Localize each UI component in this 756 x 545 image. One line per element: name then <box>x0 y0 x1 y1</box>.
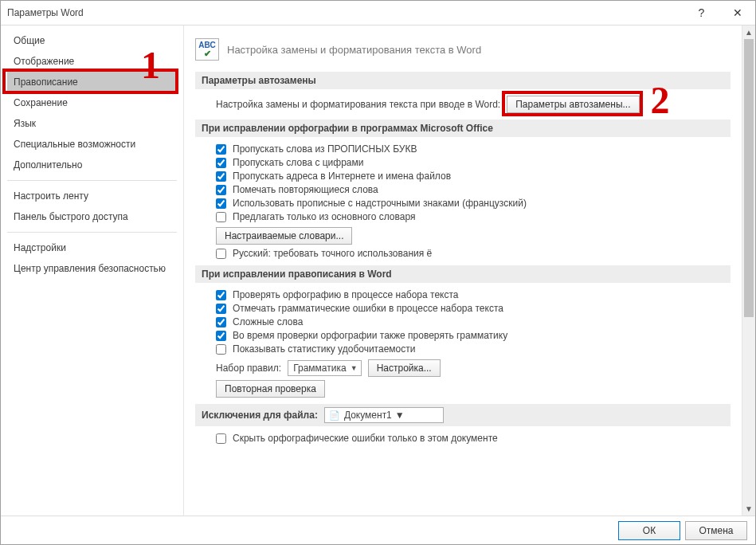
recheck-button[interactable]: Повторная проверка <box>216 380 325 398</box>
vertical-scrollbar[interactable]: ▲ ▼ <box>742 25 755 516</box>
page-heading: Настройка замены и форматирования текста… <box>227 44 481 56</box>
office-check-row-4[interactable]: Использовать прописные с надстрочными зн… <box>216 198 731 209</box>
grammar-check-row-4[interactable]: Показывать статистику удобочитаемости <box>216 343 731 355</box>
close-button[interactable]: ✕ <box>719 1 755 25</box>
chevron-down-icon: ▼ <box>395 410 405 421</box>
sidebar-item-дополнительно[interactable]: Дополнительно <box>7 155 177 175</box>
help-button[interactable]: ? <box>684 1 719 25</box>
sidebar-item-настроить-ленту[interactable]: Настроить ленту <box>7 186 177 206</box>
autocorrect-prompt: Настройка замены и форматирования текста… <box>216 99 500 110</box>
dialog-footer: ОК Отмена <box>1 516 755 544</box>
office-check-row-1[interactable]: Пропускать слова с цифрами <box>216 157 731 168</box>
grammar-check-checkbox-3[interactable] <box>216 331 226 341</box>
autocorrect-row: Настройка замены и форматирования текста… <box>195 96 731 113</box>
grammar-check-row-2[interactable]: Сложные слова <box>216 316 731 327</box>
office-check-checkbox-1[interactable] <box>216 158 226 168</box>
office-check-row-2[interactable]: Пропускать адреса в Интернете и имена фа… <box>216 171 731 182</box>
chevron-down-icon: ▼ <box>351 364 358 372</box>
page-heading-row: ABC ✔ Настройка замены и форматирования … <box>195 38 731 61</box>
grammar-check-row-0[interactable]: Проверять орфографию в процессе набора т… <box>216 289 731 300</box>
sidebar-item-надстройки[interactable]: Надстройки <box>7 237 177 258</box>
office-check-row-5[interactable]: Предлагать только из основного словаря <box>216 211 731 222</box>
russian-yo-check[interactable]: Русский: требовать точного использования… <box>216 248 731 259</box>
sidebar-item-правописание[interactable]: Правописание <box>7 72 177 92</box>
sidebar-item-язык[interactable]: Язык <box>7 113 177 134</box>
options-dialog: Параметры Word ? ✕ ОбщиеОтображениеПраво… <box>0 0 756 545</box>
office-check-row-3[interactable]: Помечать повторяющиеся слова <box>216 184 731 195</box>
sidebar-item-общие[interactable]: Общие <box>7 30 177 51</box>
grammar-check-checkbox-1[interactable] <box>216 304 226 314</box>
office-check-checkbox-5[interactable] <box>216 212 226 222</box>
dialog-content: ОбщиеОтображениеПравописаниеСохранениеЯз… <box>1 25 755 516</box>
cancel-button[interactable]: Отмена <box>685 521 747 540</box>
proofing-icon: ABC ✔ <box>195 38 219 61</box>
section-word-grammar-header: При исправлении правописания в Word <box>195 265 731 283</box>
section-office-spelling-header: При исправлении орфографии в программах … <box>195 120 731 137</box>
custom-dictionaries-button[interactable]: Настраиваемые словари... <box>216 227 352 245</box>
word-grammar-checks: Проверять орфографию в процессе набора т… <box>195 289 731 355</box>
section-exceptions-header: Исключения для файла: 📄 Документ1 ▼ <box>195 404 731 426</box>
section-autocorrect-header: Параметры автозамены <box>195 72 731 89</box>
russian-yo-checkbox[interactable] <box>216 249 226 259</box>
office-check-row-0[interactable]: Пропускать слова из ПРОПИСНЫХ БУКВ <box>216 143 731 155</box>
hide-spelling-checkbox[interactable] <box>216 433 226 444</box>
scroll-down-arrow[interactable]: ▼ <box>742 502 756 516</box>
main-scroll-area: ABC ✔ Настройка замены и форматирования … <box>184 25 742 516</box>
titlebar: Параметры Word ? ✕ <box>1 1 755 25</box>
sidebar-item-центр-управления-безопасностью[interactable]: Центр управления безопасностью <box>7 258 177 279</box>
sidebar-item-отображение[interactable]: Отображение <box>7 51 177 72</box>
hide-spelling-check[interactable]: Скрыть орфографические ошибки только в э… <box>216 433 731 444</box>
grammar-check-checkbox-2[interactable] <box>216 317 226 327</box>
autocorrect-options-button[interactable]: Параметры автозамены... <box>507 96 639 113</box>
grammar-settings-button[interactable]: Настройка... <box>368 359 441 377</box>
sidebar-item-специальные-возможности[interactable]: Специальные возможности <box>7 134 177 155</box>
office-check-checkbox-3[interactable] <box>216 185 226 195</box>
scroll-track[interactable] <box>742 39 755 502</box>
sidebar-item-панель-быстрого-доступа[interactable]: Панель быстрого доступа <box>7 206 177 227</box>
window-title: Параметры Word <box>7 7 684 18</box>
exceptions-file-select[interactable]: 📄 Документ1 ▼ <box>324 407 444 423</box>
office-check-checkbox-2[interactable] <box>216 171 226 182</box>
ruleset-label: Набор правил: <box>216 363 281 374</box>
office-spelling-checks: Пропускать слова из ПРОПИСНЫХ БУКВПропус… <box>195 143 731 222</box>
ok-button[interactable]: ОК <box>618 521 680 540</box>
grammar-check-checkbox-0[interactable] <box>216 290 226 300</box>
office-check-checkbox-4[interactable] <box>216 198 226 209</box>
grammar-check-row-3[interactable]: Во время проверки орфографии также прове… <box>216 330 731 341</box>
office-check-checkbox-0[interactable] <box>216 144 226 155</box>
scroll-thumb[interactable] <box>744 39 754 317</box>
grammar-check-checkbox-4[interactable] <box>216 344 226 355</box>
grammar-check-row-1[interactable]: Отмечать грамматические ошибки в процесс… <box>216 303 731 314</box>
main-panel: ABC ✔ Настройка замены и форматирования … <box>184 25 755 516</box>
scroll-up-arrow[interactable]: ▲ <box>742 25 756 39</box>
sidebar-item-сохранение[interactable]: Сохранение <box>7 92 177 113</box>
document-icon: 📄 <box>328 409 341 421</box>
category-sidebar: ОбщиеОтображениеПравописаниеСохранениеЯз… <box>1 25 184 516</box>
ruleset-select[interactable]: Грамматика ▼ <box>288 360 361 376</box>
